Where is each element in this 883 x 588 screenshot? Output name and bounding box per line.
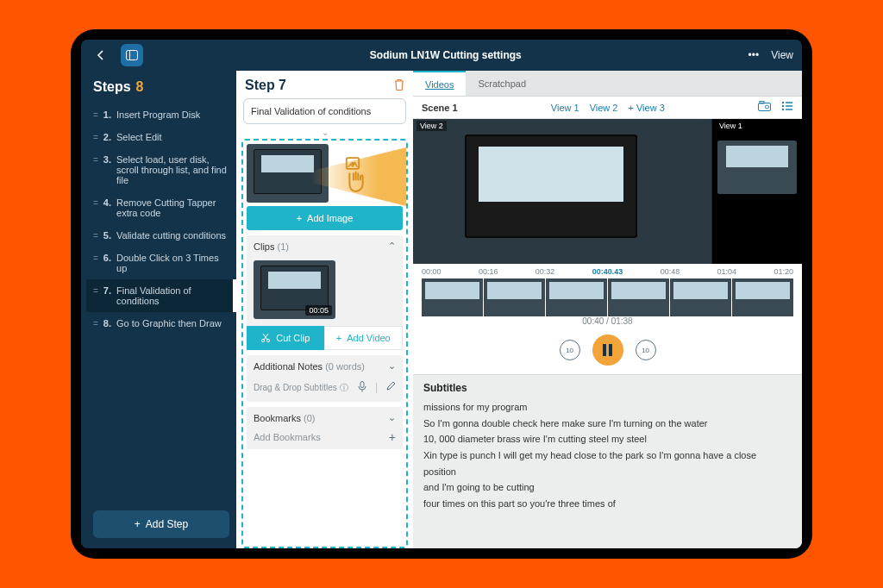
subtitles-panel: Subtitles missions for my programSo I'm … bbox=[413, 374, 802, 548]
sidebar-step-item[interactable]: =7.Final Validation of conditions bbox=[86, 279, 236, 312]
add-step-button[interactable]: +Add Step bbox=[93, 510, 229, 538]
sidebar-step-item[interactable]: =2.Select Edit bbox=[86, 126, 236, 148]
steps-sidebar: Steps8 =1.Insert Program Disk=2.Select E… bbox=[81, 71, 236, 548]
video-viewport: View 2 View 1 bbox=[413, 119, 802, 264]
mic-icon[interactable] bbox=[358, 381, 366, 395]
drag-handle-icon[interactable]: = bbox=[93, 110, 98, 120]
sidebar-step-item[interactable]: =4.Remove Cutting Tapper extra code bbox=[86, 191, 236, 224]
playback-time: 00:40 / 01:38 bbox=[422, 316, 793, 329]
timeline-frames[interactable] bbox=[422, 278, 793, 316]
add-image-button[interactable]: +Add Image bbox=[247, 206, 403, 230]
timeline-tick: 00:48 bbox=[661, 267, 680, 276]
drag-handle-icon[interactable]: = bbox=[93, 231, 98, 241]
drag-handle-icon[interactable]: = bbox=[93, 319, 98, 328]
steps-heading: Steps8 bbox=[86, 76, 236, 103]
top-bar: Sodium LN1W Cutting settings ••• View bbox=[81, 40, 802, 71]
notes-panel-toggle[interactable]: Additional Notes (0 words) ⌄ bbox=[247, 355, 403, 377]
timeline-tick: 01:20 bbox=[773, 267, 793, 276]
plus-icon: + bbox=[336, 333, 341, 343]
scene-label: Scene 1 bbox=[422, 103, 458, 113]
tab-scratchpad[interactable]: Scratchpad bbox=[466, 71, 538, 96]
bookmarks-panel-toggle[interactable]: Bookmarks (0) ⌄ bbox=[247, 407, 403, 428]
step-heading: Step 7 bbox=[245, 78, 286, 93]
chevron-down-icon: ⌄ bbox=[388, 360, 396, 372]
subtitle-line: Xin type is punch I will get my head clo… bbox=[423, 447, 792, 479]
clips-panel-toggle[interactable]: Clips (1) ⌃ bbox=[247, 235, 403, 257]
timeline-ticks: 00:0000:1600:3200:40.4300:4801:0401:20 bbox=[422, 267, 793, 276]
clips-panel: Clips (1) ⌃ 00:05 Cut C bbox=[247, 235, 403, 350]
drag-hand-icon bbox=[337, 156, 368, 194]
chevron-down-icon[interactable]: ⌄ bbox=[236, 128, 413, 139]
timeline-tick: 00:40.43 bbox=[592, 267, 623, 276]
clip-thumbnail[interactable]: 00:05 bbox=[254, 260, 335, 319]
sidebar-step-item[interactable]: =8.Go to Graphic then Draw bbox=[86, 312, 236, 335]
sidebar-step-item[interactable]: =1.Insert Program Disk bbox=[86, 103, 236, 126]
drag-handle-icon[interactable]: = bbox=[93, 253, 98, 263]
timeline-tick: 01:04 bbox=[717, 267, 737, 276]
svg-rect-6 bbox=[360, 382, 364, 388]
drag-handle-icon[interactable]: = bbox=[93, 133, 98, 142]
preview-tabs: Videos Scratchpad bbox=[413, 71, 802, 97]
tab-videos[interactable]: Videos bbox=[413, 71, 466, 96]
list-icon[interactable] bbox=[781, 101, 793, 114]
chevron-up-icon: ⌃ bbox=[388, 241, 396, 252]
video-side-view[interactable]: View 1 bbox=[711, 119, 802, 264]
more-icon[interactable]: ••• bbox=[748, 49, 760, 61]
subtitle-line: missions for my program bbox=[423, 399, 792, 416]
video-main-view[interactable]: View 2 bbox=[413, 119, 711, 264]
cut-clip-button[interactable]: Cut Clip bbox=[247, 326, 324, 350]
subtitle-line: So I'm gonna double check here make sure… bbox=[423, 416, 792, 432]
subtitle-line: and I'm going to be cutting bbox=[423, 479, 792, 496]
tablet-frame: Sodium LN1W Cutting settings ••• View St… bbox=[71, 29, 812, 559]
timeline-tick: 00:00 bbox=[422, 267, 442, 276]
back-button[interactable] bbox=[90, 44, 112, 66]
delete-step-button[interactable] bbox=[394, 78, 404, 93]
page-title: Sodium LN1W Cutting settings bbox=[143, 49, 748, 61]
view-1-link[interactable]: View 1 bbox=[551, 103, 579, 113]
chevron-down-icon: ⌄ bbox=[388, 412, 396, 423]
view-button[interactable]: View bbox=[771, 49, 793, 61]
subtitles-text: missions for my programSo I'm gonna doub… bbox=[423, 399, 792, 512]
drag-handle-icon[interactable]: = bbox=[93, 286, 98, 296]
content-drop-zone: +Add Image Clips (1) ⌃ 00:05 bbox=[241, 139, 408, 548]
rewind-10-button[interactable]: 10 bbox=[560, 340, 580, 360]
scene-toolbar: Scene 1 View 1 View 2 + View 3 bbox=[413, 97, 802, 119]
edit-icon[interactable] bbox=[386, 381, 396, 395]
drag-handle-icon[interactable]: = bbox=[93, 198, 98, 208]
sidebar-step-item[interactable]: =3.Select load, user disk, scroll throug… bbox=[86, 148, 236, 191]
preview-pane: Videos Scratchpad Scene 1 View 1 View 2 … bbox=[413, 71, 802, 548]
layout-toggle-button[interactable] bbox=[121, 44, 143, 66]
add-video-button[interactable]: +Add Video bbox=[324, 326, 404, 350]
sidebar-step-item[interactable]: =5.Validate cutting conditions bbox=[86, 224, 236, 247]
plus-icon: + bbox=[135, 518, 141, 530]
bookmarks-panel: Bookmarks (0) ⌄ Add Bookmarks + bbox=[247, 407, 403, 449]
clip-duration: 00:05 bbox=[305, 305, 332, 316]
svg-point-12 bbox=[782, 109, 784, 110]
video-timeline: 00:0000:1600:3200:40.4300:4801:0401:20 0… bbox=[413, 264, 802, 374]
forward-10-button[interactable]: 10 bbox=[636, 340, 656, 360]
image-thumbnail[interactable] bbox=[247, 144, 329, 203]
view-label: View 2 bbox=[416, 121, 447, 131]
svg-point-9 bbox=[766, 105, 769, 109]
svg-rect-0 bbox=[127, 51, 138, 60]
svg-point-11 bbox=[782, 105, 784, 107]
app-screen: Sodium LN1W Cutting settings ••• View St… bbox=[81, 40, 802, 548]
drag-handle-icon[interactable]: = bbox=[93, 155, 98, 165]
help-icon[interactable]: ⓘ bbox=[340, 383, 348, 392]
notes-panel: Additional Notes (0 words) ⌄ Drag & Drop… bbox=[247, 355, 403, 402]
pause-button[interactable] bbox=[592, 335, 623, 366]
view-label: View 1 bbox=[716, 121, 746, 131]
timeline-tick: 00:32 bbox=[535, 267, 555, 276]
timeline-tick: 00:16 bbox=[479, 267, 498, 276]
steps-list: =1.Insert Program Disk=2.Select Edit=3.S… bbox=[86, 103, 236, 507]
add-bookmarks-label: Add Bookmarks bbox=[254, 432, 321, 442]
add-bookmark-button[interactable]: + bbox=[389, 430, 396, 444]
subtitle-line: 10, 000 diameter brass wire I'm cutting … bbox=[423, 431, 792, 447]
sidebar-step-item[interactable]: =6.Double Click on 3 Times up bbox=[86, 247, 236, 279]
add-view-button[interactable]: + View 3 bbox=[628, 103, 664, 113]
step-title-input[interactable] bbox=[243, 98, 406, 124]
step-editor-panel: Step 7 ⌄ bbox=[236, 71, 413, 548]
camera-icon[interactable] bbox=[758, 101, 771, 114]
drag-subtitles-label: Drag & Drop Subtitles bbox=[254, 383, 337, 392]
view-2-link[interactable]: View 2 bbox=[590, 103, 618, 113]
